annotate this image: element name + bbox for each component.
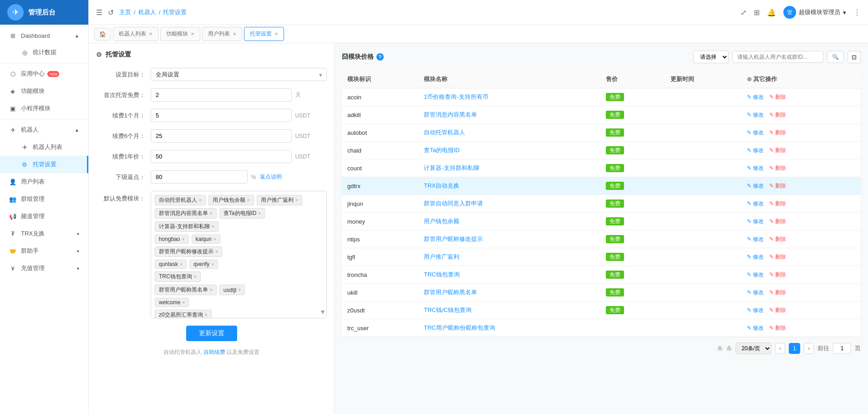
edit-link[interactable]: ✎ 修改 — [747, 94, 764, 100]
sidebar-item-group-helper[interactable]: 🤝 群助手 ▾ — [0, 242, 88, 260]
tags-scroll-down-icon[interactable]: ▾ — [321, 307, 325, 316]
page-size-select[interactable]: 20条/页 10条/页 50条/页 — [736, 342, 772, 354]
tab-home[interactable]: 🏠 — [94, 28, 111, 41]
export-button[interactable]: ⊡ — [848, 51, 861, 63]
help-icon[interactable]: ? — [376, 53, 384, 61]
breadcrumb-home[interactable]: 主页 — [119, 8, 131, 16]
edit-link[interactable]: ✎ 修改 — [747, 307, 764, 313]
sidebar-item-trx-exchange[interactable]: ₮ TRX兑换 ▾ — [0, 225, 88, 242]
tag-close-icon[interactable]: × — [180, 262, 183, 267]
tag-close-icon[interactable]: × — [211, 262, 214, 267]
module-link[interactable]: 自动托管机器人 — [424, 129, 465, 136]
delete-link[interactable]: ✎ 删除 — [769, 254, 786, 260]
module-link[interactable]: TRC钱/C钱包查询 — [424, 307, 472, 313]
note-link[interactable]: 自助续费 — [203, 349, 225, 355]
sidebar-item-trust-settings[interactable]: ⚙ 托管设置 — [0, 156, 88, 173]
tag-close-icon[interactable]: × — [205, 312, 208, 317]
update-button[interactable]: 更新设置 — [186, 326, 237, 341]
module-link[interactable]: TRX自动兑换 — [424, 182, 459, 189]
tag-close-icon[interactable]: × — [295, 198, 298, 203]
tag-close-icon[interactable]: × — [212, 224, 214, 229]
tag-close-icon[interactable]: × — [259, 211, 261, 216]
edit-link[interactable]: ✎ 修改 — [747, 325, 764, 331]
edit-link[interactable]: ✎ 修改 — [747, 112, 764, 118]
edit-link[interactable]: ✎ 修改 — [747, 271, 764, 278]
breadcrumb-robot[interactable]: 机器人 — [138, 8, 156, 16]
user-badge[interactable]: 管 超级模块管理员 ▾ — [783, 6, 846, 19]
module-link[interactable]: TRC用户昵称份昵称包查询 — [424, 324, 495, 331]
tag-close-icon[interactable]: × — [210, 287, 213, 292]
module-link[interactable]: 群管用户昵称黑名单 — [424, 289, 477, 296]
yearly-input[interactable] — [151, 150, 292, 163]
module-link[interactable]: TRC钱包查询 — [424, 271, 460, 278]
more-icon[interactable]: ⋮ — [853, 8, 861, 17]
sidebar-item-user-list[interactable]: 👤 用户列表 — [0, 173, 88, 190]
edit-link[interactable]: ✎ 修改 — [747, 254, 764, 260]
qrcode-icon[interactable]: ⊞ — [754, 8, 760, 17]
edit-link[interactable]: ✎ 修改 — [747, 289, 764, 296]
edit-link[interactable]: ✎ 修改 — [747, 165, 764, 171]
module-link[interactable]: 查Ta的电报ID — [424, 147, 460, 153]
rebate-link[interactable]: 返点说明 — [260, 173, 282, 181]
tab-close-icon[interactable]: ✕ — [149, 31, 152, 36]
delete-link[interactable]: ✎ 删除 — [769, 200, 786, 207]
delete-link[interactable]: ✎ 删除 — [769, 183, 786, 189]
tag-close-icon[interactable]: × — [239, 287, 241, 292]
delete-link[interactable]: ✎ 删除 — [769, 218, 786, 225]
tab-func-module[interactable]: 功能模块 ✕ — [160, 27, 200, 41]
sidebar-item-stats[interactable]: ◎ 统计数据 — [0, 44, 88, 61]
target-select[interactable]: 全局设置 指定机器人 — [151, 68, 327, 81]
six-month-input[interactable] — [151, 129, 292, 143]
edit-link[interactable]: ✎ 修改 — [747, 200, 764, 207]
sidebar-item-mini-program[interactable]: ▣ 小程序模块 — [0, 100, 88, 117]
delete-link[interactable]: ✎ 删除 — [769, 325, 786, 331]
first-trust-input[interactable] — [151, 88, 292, 102]
module-link[interactable]: 用户钱包余额 — [424, 218, 459, 225]
sidebar-item-app-center[interactable]: ⬡ 应用中心 new — [0, 65, 88, 82]
edit-link[interactable]: ✎ 修改 — [747, 218, 764, 225]
goto-input[interactable] — [833, 343, 851, 354]
tag-close-icon[interactable]: × — [210, 211, 213, 216]
sidebar-item-func-module[interactable]: ◈ 功能模块 — [0, 82, 88, 100]
expand-icon[interactable]: ⤢ — [741, 8, 746, 17]
tab-close-icon[interactable]: ✕ — [191, 31, 194, 36]
module-link[interactable]: 计算器-支持群和私聊 — [424, 164, 479, 171]
sidebar-item-robot[interactable]: ✈ 机器人 ▲ — [0, 121, 88, 138]
edit-link[interactable]: ✎ 修改 — [747, 236, 764, 242]
sidebar-item-robot-list[interactable]: ✈ 机器人列表 — [0, 138, 88, 156]
module-link[interactable]: 群管用户昵称修改提示 — [424, 235, 483, 242]
bell-icon[interactable]: 🔔 — [767, 8, 776, 17]
delete-link[interactable]: ✎ 删除 — [769, 165, 786, 171]
tag-close-icon[interactable]: × — [199, 198, 202, 203]
edit-link[interactable]: ✎ 修改 — [747, 147, 764, 153]
next-page-button[interactable]: › — [804, 343, 814, 354]
module-link[interactable]: 群管自动同意入群申请 — [424, 200, 483, 207]
delete-link[interactable]: ✎ 删除 — [769, 307, 786, 313]
tab-robot-list[interactable]: 机器人列表 ✕ — [113, 27, 158, 41]
filter-select[interactable]: 请选择 — [693, 51, 729, 63]
sidebar-item-dashboard[interactable]: ⊞ Dashboard ▲ — [0, 28, 88, 44]
delete-link[interactable]: ✎ 删除 — [769, 129, 786, 136]
sidebar-item-channel-manage[interactable]: 📢 频道管理 — [0, 208, 88, 225]
delete-link[interactable]: ✎ 删除 — [769, 271, 786, 278]
delete-link[interactable]: ✎ 删除 — [769, 112, 786, 118]
tag-close-icon[interactable]: × — [247, 198, 250, 203]
tag-close-icon[interactable]: × — [182, 300, 185, 305]
rebate-input[interactable] — [151, 170, 248, 184]
sidebar-item-group-manage[interactable]: 👥 群组管理 — [0, 190, 88, 208]
search-input[interactable] — [732, 51, 823, 63]
delete-link[interactable]: ✎ 删除 — [769, 94, 786, 100]
delete-link[interactable]: ✎ 删除 — [769, 147, 786, 153]
tab-close-icon[interactable]: ✕ — [274, 31, 278, 36]
prev-page-button[interactable]: ‹ — [775, 343, 785, 354]
sidebar-item-recharge[interactable]: ¥ 充值管理 ▾ — [0, 260, 88, 277]
page-1-button[interactable]: 1 — [789, 343, 800, 354]
tab-user-list[interactable]: 用户列表 ✕ — [202, 27, 242, 41]
edit-link[interactable]: ✎ 修改 — [747, 183, 764, 189]
search-button[interactable]: 🔍 — [827, 51, 844, 63]
delete-link[interactable]: ✎ 删除 — [769, 236, 786, 242]
module-link[interactable]: 用户推广返利 — [424, 253, 459, 260]
tag-close-icon[interactable]: × — [213, 237, 216, 242]
monthly-input[interactable] — [151, 109, 292, 122]
tag-close-icon[interactable]: × — [215, 249, 218, 254]
